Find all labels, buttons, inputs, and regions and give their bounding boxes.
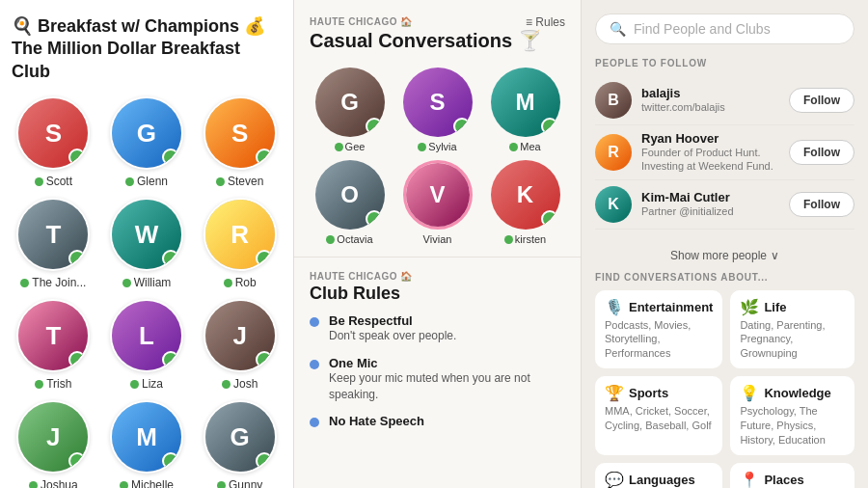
avatar-label: The Join... bbox=[20, 276, 86, 289]
avatar-item[interactable]: SScott bbox=[12, 96, 95, 188]
conversation-card[interactable]: 📍 Places India, Atlanta, Paris, Africa, … bbox=[730, 463, 854, 488]
svg-point-8 bbox=[260, 356, 268, 364]
avatar-label: Josh bbox=[222, 377, 258, 391]
people-list: Bbalajis twitter.com/balajisFollowRRyan … bbox=[595, 76, 854, 230]
rules-list: Be RespectfulDon't speak over people.One… bbox=[310, 313, 565, 428]
avatar-label: Glenn bbox=[125, 175, 168, 188]
search-icon: 🔍 bbox=[610, 21, 626, 37]
club-rules-tag: HAUTE CHICAGO 🏠 bbox=[310, 271, 565, 282]
conv-card-title: 🎙️ Entertainment bbox=[605, 298, 713, 316]
rule-item: Be RespectfulDon't speak over people. bbox=[310, 313, 565, 344]
rule-dot bbox=[310, 360, 319, 369]
rule-dot bbox=[310, 317, 319, 327]
follow-button[interactable]: Follow bbox=[789, 140, 854, 165]
speaker-label: Mea bbox=[509, 141, 540, 152]
conv-emoji: 🏆 bbox=[605, 384, 624, 402]
room-title-mid: Casual Conversations 🍸 bbox=[310, 29, 565, 52]
avatar-label: Liza bbox=[130, 377, 163, 391]
avatar-item[interactable]: TThe Join... bbox=[12, 198, 95, 289]
avatar-label: Michelle bbox=[120, 478, 174, 488]
conv-emoji: 💬 bbox=[605, 471, 624, 488]
rule-desc: Don't speak over people. bbox=[329, 328, 565, 344]
rule-title: No Hate Speech bbox=[329, 414, 565, 428]
conversations-grid: 🎙️ Entertainment Podcasts, Movies, Story… bbox=[595, 290, 854, 488]
avatar-label: Scott bbox=[35, 175, 72, 188]
conversation-card[interactable]: 🏆 Sports MMA, Cricket, Soccer, Cycling, … bbox=[595, 376, 722, 455]
conv-emoji: 📍 bbox=[740, 471, 759, 488]
avatar-label: Steven bbox=[216, 175, 263, 188]
room-title-left: 🍳 Breakfast w/ Champions 💰 The Million D… bbox=[12, 15, 282, 83]
conv-title: Entertainment bbox=[629, 300, 713, 314]
green-badge bbox=[162, 452, 179, 470]
conv-emoji: 🌿 bbox=[740, 298, 759, 316]
svg-point-0 bbox=[73, 153, 81, 161]
green-badge bbox=[68, 452, 86, 470]
conversation-card[interactable]: 💡 Knowledge Psychology, The Future, Phys… bbox=[730, 376, 854, 455]
avatar-item[interactable]: WWilliam bbox=[105, 198, 189, 289]
avatar-item[interactable]: LLiza bbox=[105, 299, 189, 391]
green-badge bbox=[541, 118, 558, 135]
person-name: balajis bbox=[641, 86, 779, 100]
conversation-card[interactable]: 🌿 Life Dating, Parenting, Pregnancy, Gro… bbox=[730, 290, 854, 369]
avatar-item[interactable]: GGunny bbox=[198, 400, 282, 488]
svg-point-10 bbox=[167, 457, 175, 465]
avatar-label: Trish bbox=[35, 377, 71, 391]
svg-point-3 bbox=[73, 255, 81, 262]
conv-card-sub: Dating, Parenting, Pregnancy, Grownuping bbox=[740, 318, 845, 362]
follow-button[interactable]: Follow bbox=[789, 88, 854, 113]
green-badge bbox=[256, 250, 273, 267]
person-name: Ryan Hoover bbox=[641, 131, 779, 146]
person-row: KKim-Mai Cutler Partner @initializedFoll… bbox=[595, 180, 854, 230]
avatar-item[interactable]: TTrish bbox=[12, 299, 95, 391]
avatar: K bbox=[595, 186, 632, 223]
avatar-item[interactable]: JJoshua bbox=[12, 400, 95, 488]
conv-title: Places bbox=[764, 473, 803, 487]
svg-point-4 bbox=[167, 255, 175, 262]
conv-card-title: 💬 Languages bbox=[605, 471, 713, 488]
green-badge bbox=[256, 452, 273, 470]
speaker-label: kirsten bbox=[504, 233, 546, 245]
avatar-item[interactable]: RRob bbox=[198, 198, 282, 289]
svg-point-2 bbox=[260, 153, 268, 161]
speaker-item[interactable]: VVivian bbox=[397, 160, 477, 245]
speaker-item[interactable]: GGee bbox=[310, 68, 390, 152]
avatar-grid: SScottGGlennSStevenTThe Join...WWilliamR… bbox=[12, 96, 282, 488]
avatar-item[interactable]: GGlenn bbox=[105, 96, 189, 188]
speaker-item[interactable]: OOctavia bbox=[310, 160, 390, 245]
svg-point-5 bbox=[260, 255, 268, 262]
chevron-down-icon: ∨ bbox=[771, 249, 779, 262]
green-badge bbox=[162, 250, 179, 267]
club-rules-section: HAUTE CHICAGO 🏠 Club Rules Be Respectful… bbox=[294, 258, 581, 488]
svg-point-6 bbox=[73, 356, 81, 364]
right-panel: 🔍 Find People and Clubs PEOPLE TO FOLLOW… bbox=[582, 0, 868, 488]
speaker-label: Sylvia bbox=[418, 141, 456, 152]
avatar-item[interactable]: SSteven bbox=[198, 96, 282, 188]
conv-title: Life bbox=[764, 300, 786, 314]
show-more-button[interactable]: Show more people ∨ bbox=[595, 243, 854, 272]
person-name: Kim-Mai Cutler bbox=[641, 190, 779, 204]
speaker-item[interactable]: MMea bbox=[485, 68, 565, 152]
green-badge bbox=[453, 118, 471, 135]
search-bar[interactable]: 🔍 Find People and Clubs bbox=[595, 14, 854, 44]
svg-point-11 bbox=[260, 457, 268, 465]
follow-button[interactable]: Follow bbox=[789, 192, 854, 217]
avatar-item[interactable]: JJosh bbox=[198, 299, 282, 391]
conversation-card[interactable]: 🎙️ Entertainment Podcasts, Movies, Story… bbox=[595, 290, 722, 369]
avatar-item[interactable]: MMichelle bbox=[105, 400, 189, 488]
conversation-card[interactable]: 💬 Languages Hindi, Arabic, Russian, Indo… bbox=[595, 463, 722, 488]
speaker-item[interactable]: SSylvia bbox=[397, 68, 477, 152]
green-badge bbox=[541, 210, 558, 228]
svg-point-1 bbox=[167, 153, 175, 161]
speaker-grid: GGeeSSylviaMMeaOOctaviaVVivianKkirsten bbox=[294, 56, 581, 257]
conv-card-title: 🌿 Life bbox=[740, 298, 845, 316]
left-panel: 🍳 Breakfast w/ Champions 💰 The Million D… bbox=[0, 0, 294, 488]
club-tag-mid: HAUTE CHICAGO 🏠 bbox=[310, 16, 413, 27]
conv-title: Knowledge bbox=[764, 386, 830, 400]
conv-title: Languages bbox=[629, 473, 695, 487]
avatar: B bbox=[595, 82, 632, 119]
speaker-item[interactable]: Kkirsten bbox=[485, 160, 565, 245]
rules-button[interactable]: ≡ Rules bbox=[526, 15, 565, 29]
avatar-label: Rob bbox=[224, 276, 257, 289]
conv-card-title: 📍 Places bbox=[740, 471, 845, 488]
club-rules-title: Club Rules bbox=[310, 284, 565, 304]
